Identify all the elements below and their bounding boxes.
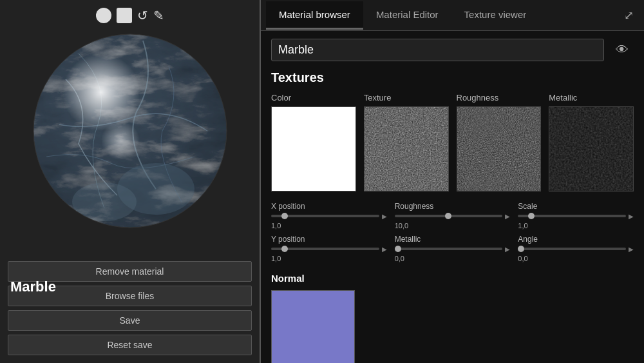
textures-heading: Textures [271,70,634,85]
svg-rect-10 [549,107,633,191]
param-angle: Angle ▶ 0,0 [518,235,634,262]
param-value-metallic: 0,0 [395,255,511,262]
normal-texture-thumb[interactable] [271,290,355,363]
param-roughness: Roughness ▶ 10,0 [395,202,511,230]
svg-rect-9 [457,107,541,191]
param-arrow-angle: ▶ [629,246,634,253]
texture-col-color: Color [271,93,356,191]
texture-label-roughness: Roughness [457,93,542,103]
param-slider-roughness[interactable] [395,215,503,217]
param-slider-scale[interactable] [518,215,626,217]
params-grid: X position ▶ 1,0 Roughness ▶ 10,0 [271,202,634,262]
save-button[interactable]: Save [8,310,252,331]
tab-bar: Material browser Material Editor Texture… [261,0,644,31]
param-slider-row-metallic: ▶ [395,246,511,253]
param-value-y-position: 1,0 [271,255,387,262]
param-slider-row-x-position: ▶ [271,213,387,220]
texture-thumb-color[interactable] [271,106,356,191]
param-scale: Scale ▶ 1,0 [518,202,634,230]
param-value-scale: 1,0 [518,222,634,230]
param-y-position: Y position ▶ 1,0 [271,235,387,262]
param-label-y-position: Y position [271,235,387,244]
param-arrow-roughness: ▶ [505,213,510,220]
param-slider-row-scale: ▶ [518,213,634,220]
material-title-row: 👁 [271,39,634,61]
content-area: 👁 Textures Color Texture [261,31,644,363]
param-arrow-x-position: ▶ [382,213,387,220]
texture-col-roughness: Roughness [457,93,542,191]
param-slider-row-y-position: ▶ [271,246,387,253]
texture-col-texture: Texture [364,93,449,191]
tab-texture-viewer[interactable]: Texture viewer [451,1,540,30]
texture-thumb-roughness[interactable] [457,106,542,191]
action-buttons: Remove material Browse files Save Reset … [0,261,260,363]
svg-rect-8 [365,107,448,191]
param-label-scale: Scale [518,202,634,211]
material-name-label: Marble [10,279,56,295]
reset-save-button[interactable]: Reset save [8,335,252,355]
texture-col-metallic: Metallic [549,93,634,191]
param-slider-metallic[interactable] [395,248,503,250]
material-name-input[interactable] [271,39,604,61]
tab-material-browser[interactable]: Material browser [266,1,363,30]
param-label-x-position: X position [271,202,387,211]
expand-icon[interactable]: ⤢ [619,3,639,28]
normal-heading: Normal [271,273,634,284]
right-panel: Material browser Material Editor Texture… [261,0,644,363]
param-arrow-metallic: ▶ [505,246,510,253]
param-slider-y-position[interactable] [271,248,379,250]
param-slider-angle[interactable] [518,248,626,250]
texture-label-metallic: Metallic [549,93,634,103]
tab-material-editor[interactable]: Material Editor [363,1,451,30]
param-metallic: Metallic ▶ 0,0 [395,235,511,262]
sphere-svg [27,28,233,234]
param-value-angle: 0,0 [518,255,634,262]
sphere-container [27,28,233,234]
preview-area [0,0,260,261]
textures-section: Textures Color Texture [271,70,634,363]
texture-thumb-texture[interactable] [364,106,449,191]
param-value-x-position: 1,0 [271,222,387,230]
svg-point-6 [33,34,227,228]
texture-grid: Color Texture Roughness [271,93,634,191]
texture-label-color: Color [271,93,356,103]
param-label-roughness: Roughness [395,202,511,211]
param-slider-x-position[interactable] [271,215,379,217]
param-arrow-scale: ▶ [629,213,634,220]
param-label-metallic: Metallic [395,235,511,244]
texture-label-texture: Texture [364,93,449,103]
param-label-angle: Angle [518,235,634,244]
param-value-roughness: 10,0 [395,222,511,230]
param-x-position: X position ▶ 1,0 [271,202,387,230]
left-panel: ↺ ✎ [0,0,261,363]
eye-icon-button[interactable]: 👁 [611,40,634,60]
param-slider-row-roughness: ▶ [395,213,511,220]
normal-section: Normal Normal intensity 0,0 [271,273,634,363]
texture-thumb-metallic[interactable] [549,106,634,191]
param-arrow-y-position: ▶ [382,246,387,253]
param-slider-row-angle: ▶ [518,246,634,253]
